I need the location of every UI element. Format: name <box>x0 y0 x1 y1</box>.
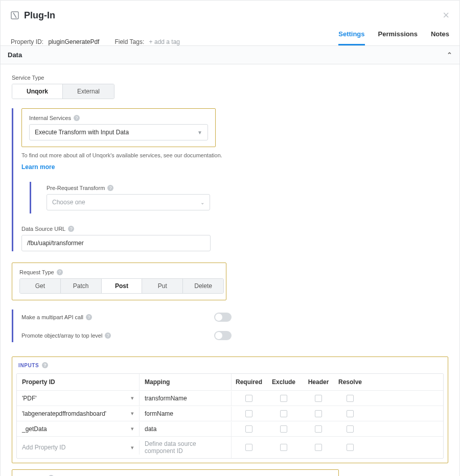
col-header: Header <box>301 374 336 390</box>
caret-down-icon: ▾ <box>131 395 134 401</box>
data-source-value: /fbu/uapi/transformer <box>27 240 84 247</box>
checkbox[interactable] <box>280 395 287 402</box>
request-patch[interactable]: Patch <box>60 279 101 293</box>
plugin-modal: Plug-In × Property ID: pluginGeneratePdf… <box>0 0 460 476</box>
chevron-down-icon: ⌄ <box>200 200 204 205</box>
checkbox[interactable] <box>245 410 252 417</box>
tab-permissions[interactable]: Permissions <box>378 30 418 45</box>
checkbox[interactable] <box>347 425 354 433</box>
help-icon[interactable]: ? <box>68 226 74 232</box>
section-data-bar[interactable]: Data ⌃ <box>1 45 459 64</box>
help-icon[interactable]: ? <box>42 362 48 368</box>
col-resolve: Resolve <box>336 374 364 390</box>
checkbox[interactable] <box>347 410 354 417</box>
checkbox[interactable] <box>280 425 287 433</box>
col-required: Required <box>232 374 266 390</box>
define-map-cell[interactable]: Define data source component ID <box>140 437 232 458</box>
checkbox[interactable] <box>280 444 287 451</box>
internal-services-value: Execute Transform with Input Data <box>35 129 129 136</box>
property-id-value[interactable]: pluginGeneratePdf <box>48 38 99 45</box>
internal-services-select[interactable]: Execute Transform with Input Data ▼ <box>29 124 208 140</box>
field-tags-label: Field Tags: <box>114 38 144 45</box>
checkbox[interactable] <box>245 425 252 433</box>
checkbox[interactable] <box>245 444 252 451</box>
request-get[interactable]: Get <box>20 279 60 293</box>
multipart-toggle[interactable] <box>214 313 232 322</box>
checkbox[interactable] <box>347 444 354 451</box>
field-tags-group: Field Tags: + add a tag <box>114 38 180 45</box>
checkbox[interactable] <box>315 410 322 417</box>
add-property-cell[interactable]: Add Property ID▾ <box>17 440 140 455</box>
table-row: _getData▾ data <box>17 421 443 436</box>
help-icon[interactable]: ? <box>74 115 80 121</box>
table-row: 'PDF'▾ transformName <box>17 390 443 406</box>
checkbox[interactable] <box>245 395 252 402</box>
caret-down-icon: ▾ <box>131 425 134 432</box>
promote-label: Promote object/array to top level ? <box>21 332 111 339</box>
checkbox[interactable] <box>315 444 322 451</box>
multipart-label: Make a multipart API call ? <box>21 314 92 320</box>
caret-down-icon: ▾ <box>131 410 134 417</box>
request-post[interactable]: Post <box>101 279 142 293</box>
inputs-panel: INPUTS ? Property ID Mapping Required Ex… <box>12 356 448 463</box>
request-type-label: Request Type ? <box>19 269 219 275</box>
help-icon[interactable]: ? <box>105 332 111 339</box>
input-map-cell[interactable]: data <box>140 422 232 436</box>
internal-services-note: To find out more about all of Unqork's a… <box>21 152 448 158</box>
modal-title: Plug-In <box>24 10 55 21</box>
outputs-panel: OUTPUTS ? Property ID Mapping Option Hea… <box>12 469 339 476</box>
section-data-label: Data <box>8 51 22 59</box>
section-data-body: Service Type Unqork External Internal Se… <box>1 64 459 476</box>
service-type-external[interactable]: External <box>62 84 114 99</box>
service-type-unqork[interactable]: Unqork <box>12 84 62 99</box>
tab-settings[interactable]: Settings <box>338 30 364 45</box>
modal-header: Plug-In × Property ID: pluginGeneratePdf… <box>1 1 459 45</box>
input-map-cell[interactable]: formName <box>140 407 232 421</box>
data-source-input[interactable]: /fbu/uapi/transformer <box>21 235 211 251</box>
checkbox[interactable] <box>280 410 287 417</box>
outputs-title: OUTPUTS ? <box>12 470 338 476</box>
pre-request-select[interactable]: Choose one ⌄ <box>47 194 210 210</box>
service-type-segment: Unqork External <box>12 84 114 99</box>
caret-down-icon: ▾ <box>131 444 134 451</box>
table-row: 'labgeneratepdffromdashboard'▾ formName <box>17 406 443 421</box>
internal-services-label: Internal Services ? <box>29 115 208 121</box>
request-delete[interactable]: Delete <box>182 279 223 293</box>
checkbox[interactable] <box>315 395 322 402</box>
input-map-cell[interactable]: transformName <box>140 391 232 406</box>
input-prop-cell[interactable]: 'labgeneratepdffromdashboard'▾ <box>17 407 140 421</box>
checkbox[interactable] <box>315 425 322 433</box>
service-type-label: Service Type <box>12 75 448 81</box>
chevron-up-icon: ⌃ <box>447 51 452 59</box>
property-id-label: Property ID: <box>11 38 43 45</box>
table-row-add: Add Property ID▾ Define data source comp… <box>17 436 443 458</box>
caret-down-icon: ▼ <box>197 130 202 135</box>
plugin-icon <box>11 11 19 19</box>
checkbox[interactable] <box>347 395 354 402</box>
close-icon[interactable]: × <box>443 10 449 21</box>
col-mapping: Mapping <box>140 374 232 390</box>
help-icon[interactable]: ? <box>86 314 92 320</box>
input-prop-cell[interactable]: _getData▾ <box>17 422 140 436</box>
add-tag-link[interactable]: + add a tag <box>149 38 180 45</box>
property-id-group: Property ID: pluginGeneratePdf <box>11 38 99 45</box>
col-exclude: Exclude <box>266 374 301 390</box>
input-prop-cell[interactable]: 'PDF'▾ <box>17 391 140 406</box>
request-put[interactable]: Put <box>142 279 182 293</box>
request-type-segment: Get Patch Post Put Delete <box>19 278 224 294</box>
inputs-table: Property ID Mapping Required Exclude Hea… <box>16 373 444 459</box>
pre-request-label: Pre-Request Transform ? <box>47 185 210 191</box>
inputs-title: INPUTS ? <box>12 357 448 373</box>
data-source-label: Data Source URL ? <box>21 226 211 232</box>
pre-request-placeholder: Choose one <box>52 199 85 206</box>
learn-more-link[interactable]: Learn more <box>21 163 55 171</box>
promote-toggle[interactable] <box>214 331 232 340</box>
header-tabs: Settings Permissions Notes <box>338 30 449 45</box>
col-property-id: Property ID <box>17 374 140 390</box>
help-icon[interactable]: ? <box>107 185 113 191</box>
help-icon[interactable]: ? <box>57 269 63 275</box>
tab-notes[interactable]: Notes <box>431 30 449 45</box>
